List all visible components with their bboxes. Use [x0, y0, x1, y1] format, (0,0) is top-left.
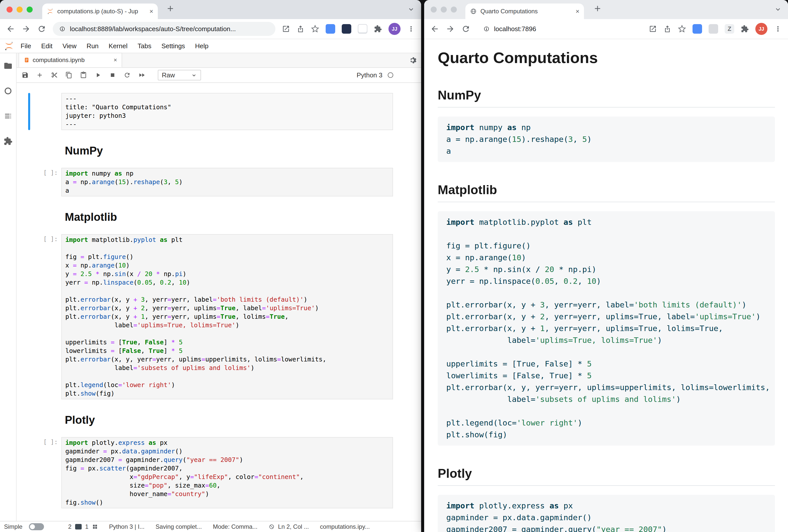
reload-button[interactable] [461, 24, 470, 34]
code-editor-plotly[interactable]: import plotly.express as pxgapminder = p… [61, 437, 393, 508]
notebook-tab[interactable]: computations.ipynb × [19, 53, 122, 67]
profile-avatar[interactable]: JJ [389, 23, 400, 35]
new-tab-button[interactable] [593, 4, 602, 13]
back-button[interactable] [430, 24, 439, 34]
extension-icon-dark[interactable] [342, 24, 351, 34]
cell-prompt: [ ]: [17, 437, 61, 508]
markdown-heading-plotly: Plotly [65, 413, 421, 427]
url-text: localhost:7896 [494, 25, 536, 33]
code-cell-numpy[interactable]: [ ]: import numpy as npa = np.arange(15)… [17, 168, 421, 197]
notebook-tabbar: computations.ipynb × [17, 53, 421, 68]
code-cell-matplotlib[interactable]: [ ]: import matplotlib.pyplot as plt fig… [17, 234, 421, 400]
close-window-button[interactable] [6, 6, 13, 13]
restart-kernel-button[interactable] [124, 71, 131, 79]
extension-icon-doc[interactable] [358, 24, 367, 34]
raw-cell-editor[interactable]: ---title: "Quarto Computations"jupyter: … [61, 93, 393, 130]
site-info-icon[interactable] [59, 25, 66, 33]
url-bar[interactable]: localhost:7896 [477, 22, 642, 36]
cell-type-value: Raw [162, 71, 175, 79]
extension-icon-blue[interactable] [692, 24, 702, 34]
profile-avatar[interactable]: JJ [755, 23, 767, 35]
kernel-indicator[interactable]: Python 3 [357, 71, 394, 79]
copy-cells-button[interactable] [65, 71, 72, 79]
kernel-name: Python 3 [357, 71, 382, 79]
site-info-icon[interactable] [483, 25, 490, 33]
property-inspector-gear-icon[interactable] [409, 56, 417, 64]
tab-search-chevron-icon[interactable] [407, 5, 415, 13]
running-kernels-icon[interactable] [3, 86, 13, 96]
kernel-count: 1 [85, 523, 88, 530]
paste-cells-button[interactable] [80, 71, 87, 79]
insert-cell-button[interactable] [36, 71, 43, 79]
code-cell-plotly[interactable]: [ ]: import plotly.express as pxgapminde… [17, 437, 421, 508]
code-editor-matplotlib[interactable]: import matplotlib.pyplot as plt fig = pl… [61, 234, 393, 400]
save-button[interactable] [22, 71, 28, 79]
terminal-count: 2 [68, 523, 71, 530]
browser-menu-dots-icon[interactable] [774, 25, 782, 33]
extension-icon-blue[interactable] [326, 24, 335, 34]
interrupt-kernel-button[interactable] [109, 71, 116, 79]
jupyter-favicon [47, 8, 54, 15]
code-block-numpy: import numpy as npa = np.arange(15).resh… [438, 117, 775, 162]
table-of-contents-icon[interactable] [3, 111, 13, 121]
extensions-puzzle-icon[interactable] [741, 25, 749, 33]
kernel-status-text[interactable]: Python 3 | I... [109, 523, 144, 530]
simple-mode-toggle[interactable] [29, 523, 44, 530]
run-cell-button[interactable] [95, 71, 101, 79]
url-bar[interactable]: localhost:8889/lab/workspaces/auto-S/tre… [53, 22, 275, 36]
bookmark-star-icon[interactable] [678, 25, 686, 33]
new-tab-button[interactable] [166, 4, 175, 13]
menu-settings[interactable]: Settings [156, 42, 190, 50]
forward-button[interactable] [446, 24, 455, 34]
close-window-button[interactable] [431, 6, 437, 13]
maximize-window-button[interactable] [451, 6, 457, 13]
extension-icon-z[interactable]: Z [725, 24, 734, 34]
extensions-puzzle-icon[interactable] [374, 25, 382, 33]
url-text: localhost:8889/lab/workspaces/auto-S/tre… [70, 25, 236, 33]
menu-kernel[interactable]: Kernel [103, 42, 133, 50]
maximize-window-button[interactable] [27, 6, 33, 13]
menu-file[interactable]: File [16, 42, 36, 50]
traffic-lights-inactive [431, 6, 457, 13]
sessions-status[interactable]: 2 1 [68, 523, 98, 530]
forward-button[interactable] [22, 24, 31, 34]
browser-tab-title: computations.ip (auto-S) - Jup [57, 8, 146, 15]
share-icon[interactable] [296, 25, 304, 33]
markdown-heading-matplotlib: Matplotlib [65, 210, 421, 224]
kernels-grid-icon [92, 524, 98, 530]
open-in-new-icon[interactable] [649, 25, 657, 33]
browser-tab[interactable]: computations.ip (auto-S) - Jup × [42, 3, 158, 19]
tab-close-icon[interactable]: × [150, 8, 153, 15]
extension-icon-gray[interactable] [709, 24, 718, 34]
minimize-window-button[interactable] [441, 6, 447, 13]
back-button[interactable] [6, 24, 15, 34]
notebook-content[interactable]: ---title: "Quarto Computations"jupyter: … [17, 83, 421, 521]
reload-button[interactable] [37, 24, 46, 34]
code-editor-numpy[interactable]: import numpy as npa = np.arange(15).resh… [61, 168, 393, 197]
minimize-window-button[interactable] [17, 6, 23, 13]
browser-tab[interactable]: Quarto Computations × [465, 3, 584, 19]
menu-tabs[interactable]: Tabs [133, 42, 156, 50]
tab-close-icon[interactable]: × [576, 8, 579, 15]
notebook-tab-title: computations.ipynb [33, 57, 85, 64]
notebook-tab-close-icon[interactable]: × [114, 57, 117, 64]
tab-search-chevron-icon[interactable] [774, 5, 782, 13]
menu-view[interactable]: View [58, 42, 82, 50]
cell-type-dropdown[interactable]: Raw [158, 70, 201, 80]
cut-cells-button[interactable] [51, 71, 58, 79]
menu-help[interactable]: Help [190, 42, 213, 50]
browser-tab-title: Quarto Computations [480, 8, 572, 15]
menu-edit[interactable]: Edit [36, 42, 58, 50]
browser-tabstrip-left: computations.ip (auto-S) - Jup × [0, 0, 421, 19]
bookmark-star-icon[interactable] [311, 25, 319, 33]
browser-menu-dots-icon[interactable] [407, 25, 415, 33]
file-browser-icon[interactable] [3, 61, 13, 70]
cursor-position-status[interactable]: Ln 2, Col ... [269, 523, 309, 530]
menu-run[interactable]: Run [82, 42, 104, 50]
restart-run-all-button[interactable] [138, 71, 145, 79]
open-in-new-icon[interactable] [282, 25, 290, 33]
jupyter-logo [3, 40, 15, 52]
share-icon[interactable] [663, 25, 671, 33]
jupyterlab-statusbar: Simple 2 1 Python 3 | I... Saving comple… [0, 521, 421, 532]
extension-manager-icon[interactable] [3, 137, 13, 146]
